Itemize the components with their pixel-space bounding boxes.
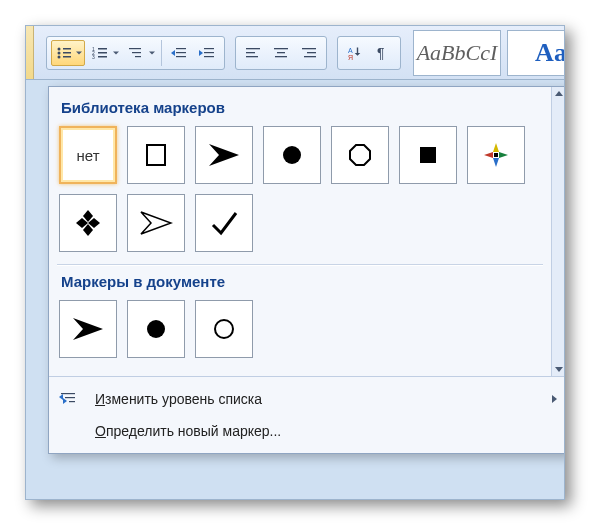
- submenu-arrow-icon: [552, 395, 557, 403]
- svg-point-38: [283, 146, 301, 164]
- svg-point-2: [58, 51, 61, 54]
- ribbon-align-group: [235, 36, 327, 70]
- ribbon-left-edge: [26, 26, 34, 79]
- svg-rect-29: [302, 48, 316, 49]
- svg-marker-34: [355, 47, 361, 55]
- blank-icon: [57, 420, 83, 442]
- svg-marker-43: [484, 152, 493, 158]
- bullet-square-outline[interactable]: [127, 126, 185, 184]
- bullet-library-grid: нет: [57, 122, 543, 262]
- svg-marker-39: [350, 145, 370, 165]
- align-center-button[interactable]: [268, 40, 294, 66]
- svg-rect-11: [98, 56, 107, 58]
- style-preview-text: AaBbCcI: [417, 40, 498, 66]
- change-list-level-item[interactable]: Изменить уровень списка: [49, 383, 565, 415]
- bullet-none-label: нет: [77, 147, 100, 164]
- svg-marker-37: [209, 144, 239, 166]
- svg-marker-44: [499, 152, 508, 158]
- svg-rect-40: [420, 147, 436, 163]
- sort-button[interactable]: АЯ: [342, 40, 368, 66]
- svg-marker-51: [73, 318, 103, 340]
- scroll-down-icon: [555, 367, 563, 372]
- svg-rect-3: [63, 52, 71, 54]
- bullet-circle-outline[interactable]: [195, 300, 253, 358]
- svg-rect-16: [176, 52, 186, 53]
- divider: [161, 40, 162, 66]
- svg-text:Я: Я: [348, 54, 353, 60]
- svg-rect-45: [494, 153, 498, 157]
- bullet-none[interactable]: нет: [59, 126, 117, 184]
- define-new-bullet-item[interactable]: Определить новый маркер...: [49, 415, 565, 447]
- ribbon-list-group: 123: [46, 36, 225, 70]
- svg-text:А: А: [348, 47, 353, 54]
- multilevel-list-button[interactable]: [123, 40, 157, 66]
- svg-rect-26: [274, 48, 288, 49]
- svg-marker-22: [199, 50, 203, 56]
- bullet-circle-filled[interactable]: [263, 126, 321, 184]
- chevron-down-icon: [76, 51, 82, 54]
- svg-rect-9: [98, 52, 107, 54]
- svg-marker-50: [141, 212, 171, 234]
- svg-rect-7: [98, 48, 107, 50]
- svg-rect-55: [65, 397, 75, 398]
- svg-rect-17: [176, 56, 186, 57]
- svg-marker-41: [493, 143, 499, 152]
- ribbon-paragraph-group: 123: [26, 26, 564, 80]
- bullet-four-diamonds[interactable]: [59, 194, 117, 252]
- svg-point-0: [58, 47, 61, 50]
- style-heading-tile[interactable]: Aa: [507, 30, 565, 76]
- align-left-button[interactable]: [240, 40, 266, 66]
- bullet-arrowhead-filled[interactable]: [59, 300, 117, 358]
- style-normal-tile[interactable]: AaBbCcI: [413, 30, 501, 76]
- change-level-icon: [57, 388, 83, 410]
- bullets-in-document-grid: [57, 296, 543, 368]
- increase-indent-button[interactable]: [194, 40, 220, 66]
- pilcrow-button[interactable]: ¶: [370, 40, 396, 66]
- svg-rect-5: [63, 56, 71, 58]
- define-new-bullet-label: Определить новый маркер...: [95, 423, 557, 439]
- svg-rect-54: [61, 393, 75, 394]
- bullets-dropdown: Библиотека маркеров нет: [48, 86, 565, 454]
- svg-rect-20: [204, 52, 214, 53]
- style-preview-text: Aa: [535, 38, 565, 68]
- bullet-checkmark[interactable]: [195, 194, 253, 252]
- svg-rect-56: [69, 401, 75, 402]
- bullet-library-title: Библиотека маркеров: [57, 93, 543, 122]
- bullet-four-arrows[interactable]: [467, 126, 525, 184]
- svg-point-52: [147, 320, 165, 338]
- svg-point-53: [215, 320, 233, 338]
- bullet-arrowhead-outline[interactable]: [127, 194, 185, 252]
- bullets-in-document-title: Маркеры в документе: [57, 267, 543, 296]
- svg-rect-21: [204, 56, 214, 57]
- svg-rect-15: [176, 48, 186, 49]
- scroll-up-icon: [555, 91, 563, 96]
- svg-marker-58: [63, 398, 67, 404]
- svg-rect-14: [135, 56, 141, 57]
- svg-text:¶: ¶: [377, 46, 385, 60]
- svg-rect-25: [246, 56, 258, 57]
- svg-rect-24: [246, 52, 255, 53]
- svg-text:3: 3: [92, 54, 95, 60]
- ribbon-misc-group: АЯ ¶: [337, 36, 401, 70]
- bullets-button[interactable]: [51, 40, 85, 66]
- svg-rect-27: [277, 52, 285, 53]
- decrease-indent-button[interactable]: [166, 40, 192, 66]
- align-right-button[interactable]: [296, 40, 322, 66]
- bullet-arrowhead-filled[interactable]: [195, 126, 253, 184]
- dropdown-footer-menu: Изменить уровень списка Определить новый…: [49, 376, 565, 453]
- svg-rect-36: [147, 145, 165, 165]
- section-separator: [57, 264, 543, 265]
- svg-rect-12: [129, 48, 141, 49]
- svg-marker-42: [493, 158, 499, 167]
- svg-marker-18: [171, 50, 175, 56]
- bullet-circle-filled[interactable]: [127, 300, 185, 358]
- change-list-level-label: Изменить уровень списка: [95, 391, 540, 407]
- bullet-square-filled[interactable]: [399, 126, 457, 184]
- app-window: 123: [25, 25, 565, 500]
- numbering-button[interactable]: 123: [87, 40, 121, 66]
- dropdown-scrollbar[interactable]: [551, 87, 565, 376]
- bullet-octagon-outline[interactable]: [331, 126, 389, 184]
- svg-rect-1: [63, 48, 71, 50]
- svg-rect-28: [275, 56, 287, 57]
- svg-marker-57: [59, 394, 63, 400]
